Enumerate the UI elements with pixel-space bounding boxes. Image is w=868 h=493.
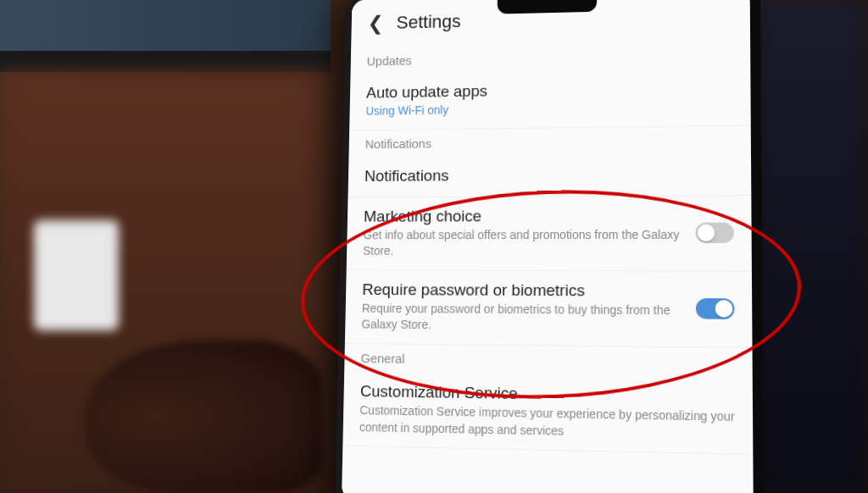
auto-update-subtitle: Using Wi-Fi only <box>365 98 733 119</box>
notifications-item[interactable]: Notifications <box>348 153 751 197</box>
customization-subtitle: Customization Service improves your expe… <box>359 402 735 443</box>
biometrics-subtitle: Require your password or biometrics to b… <box>361 301 682 336</box>
biometrics-toggle[interactable] <box>696 298 735 319</box>
marketing-choice-item[interactable]: Marketing choice Get info about special … <box>347 196 752 272</box>
require-biometrics-item[interactable]: Require password or biometrics Require y… <box>345 270 753 348</box>
customization-service-item[interactable]: Customization Service Customization Serv… <box>342 372 753 455</box>
toggle-knob <box>698 224 715 241</box>
camera-notch <box>498 0 598 14</box>
biometrics-title: Require password or biometrics <box>362 280 682 301</box>
notifications-section-header: Notifications <box>348 125 750 158</box>
back-arrow-icon[interactable]: ❮ <box>367 12 383 35</box>
marketing-toggle[interactable] <box>696 223 734 243</box>
phone-screen: ❮ Settings Updates Auto update apps Usin… <box>342 0 754 493</box>
marketing-subtitle: Get info about special offers and promot… <box>363 226 682 260</box>
phone-device: ❮ Settings Updates Auto update apps Usin… <box>335 0 764 493</box>
auto-update-apps-item[interactable]: Auto update apps Using Wi-Fi only <box>349 68 751 130</box>
page-title: Settings <box>396 11 460 34</box>
marketing-title: Marketing choice <box>364 206 682 225</box>
notifications-title: Notifications <box>364 164 734 186</box>
toggle-knob <box>715 301 733 319</box>
